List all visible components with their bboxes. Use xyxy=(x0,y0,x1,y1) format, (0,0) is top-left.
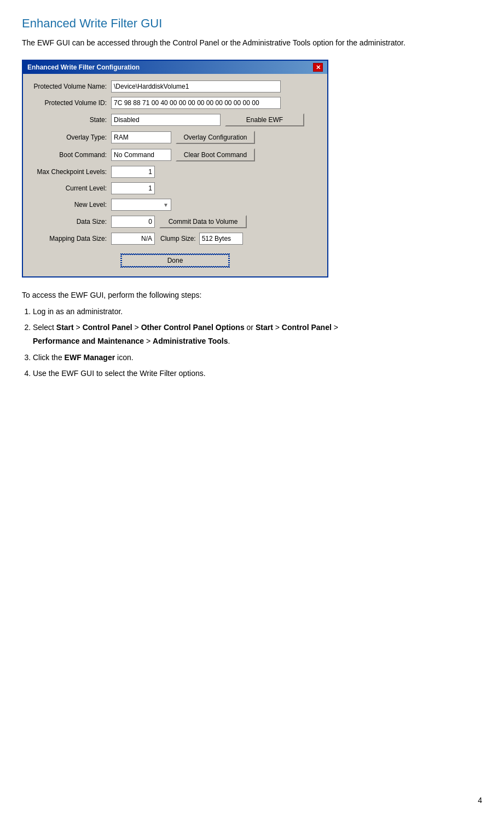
current-level-row: Current Level: xyxy=(32,182,318,194)
max-checkpoint-row: Max Checkpoint Levels: xyxy=(32,166,318,178)
mapping-clump-group: Clump Size: xyxy=(111,233,243,245)
clear-boot-command-button[interactable]: Clear Boot Command xyxy=(176,148,255,161)
boot-command-input[interactable] xyxy=(111,149,171,161)
protected-volume-name-row: Protected Volume Name: xyxy=(32,80,318,92)
intro-paragraph: The EWF GUI can be accessed through the … xyxy=(22,37,482,49)
current-level-input[interactable] xyxy=(111,182,155,194)
data-size-input[interactable] xyxy=(111,216,155,228)
dialog-body: Protected Volume Name: Protected Volume … xyxy=(23,74,327,276)
overlay-configuration-button[interactable]: Overlay Configuration xyxy=(176,131,255,144)
dialog-title: Enhanced Write Filter Configuration xyxy=(27,63,140,71)
protected-volume-name-input[interactable] xyxy=(111,80,281,92)
new-level-select[interactable]: ▼ xyxy=(111,199,171,211)
new-level-label: New Level: xyxy=(32,201,111,209)
dialog-titlebar: Enhanced Write Filter Configuration ✕ xyxy=(23,61,327,74)
boot-command-label: Boot Command: xyxy=(32,151,111,159)
state-row: State: Enable EWF xyxy=(32,113,318,126)
mapping-data-size-label: Mapping Data Size: xyxy=(32,235,111,242)
state-label: State: xyxy=(32,116,111,124)
done-row: Done xyxy=(32,253,318,268)
mapping-data-size-row: Mapping Data Size: Clump Size: xyxy=(32,233,318,245)
boot-command-row: Boot Command: Clear Boot Command xyxy=(32,148,318,161)
step-3: Click the EWF Manager icon. xyxy=(33,351,482,365)
steps-intro: To access the EWF GUI, perform the follo… xyxy=(22,291,482,299)
clump-size-input[interactable] xyxy=(199,233,243,245)
step-1: Log in as an administrator. xyxy=(33,305,482,319)
protected-volume-name-label: Protected Volume Name: xyxy=(32,83,111,90)
clump-size-label: Clump Size: xyxy=(160,235,196,242)
dialog-wrapper: Enhanced Write Filter Configuration ✕ Pr… xyxy=(22,60,482,277)
enable-ewf-button[interactable]: Enable EWF xyxy=(225,113,304,126)
protected-volume-id-row: Protected Volume ID: xyxy=(32,97,318,109)
new-level-row: New Level: ▼ xyxy=(32,199,318,211)
step-2: Select Start > Control Panel > Other Con… xyxy=(33,321,482,348)
protected-volume-id-label: Protected Volume ID: xyxy=(32,99,111,107)
commit-data-button[interactable]: Commit Data to Volume xyxy=(159,215,247,228)
state-input[interactable] xyxy=(111,114,221,126)
data-size-label: Data Size: xyxy=(32,218,111,226)
protected-volume-id-input[interactable] xyxy=(111,97,281,109)
ewf-dialog: Enhanced Write Filter Configuration ✕ Pr… xyxy=(22,60,328,277)
data-size-row: Data Size: Commit Data to Volume xyxy=(32,215,318,228)
dropdown-arrow-icon: ▼ xyxy=(163,202,169,208)
overlay-type-input[interactable] xyxy=(111,131,171,143)
step-4: Use the EWF GUI to select the Write Filt… xyxy=(33,367,482,380)
max-checkpoint-input[interactable] xyxy=(111,166,155,178)
steps-list: Log in as an administrator. Select Start… xyxy=(33,305,482,380)
page-number: 4 xyxy=(478,796,482,805)
dialog-close-button[interactable]: ✕ xyxy=(313,63,323,72)
current-level-label: Current Level: xyxy=(32,184,111,192)
overlay-type-row: Overlay Type: Overlay Configuration xyxy=(32,131,318,144)
done-button[interactable]: Done xyxy=(120,253,230,268)
max-checkpoint-label: Max Checkpoint Levels: xyxy=(32,168,111,176)
page-title: Enhanced Write Filter GUI xyxy=(22,16,482,31)
overlay-type-label: Overlay Type: xyxy=(32,134,111,141)
mapping-data-size-input[interactable] xyxy=(111,233,155,245)
